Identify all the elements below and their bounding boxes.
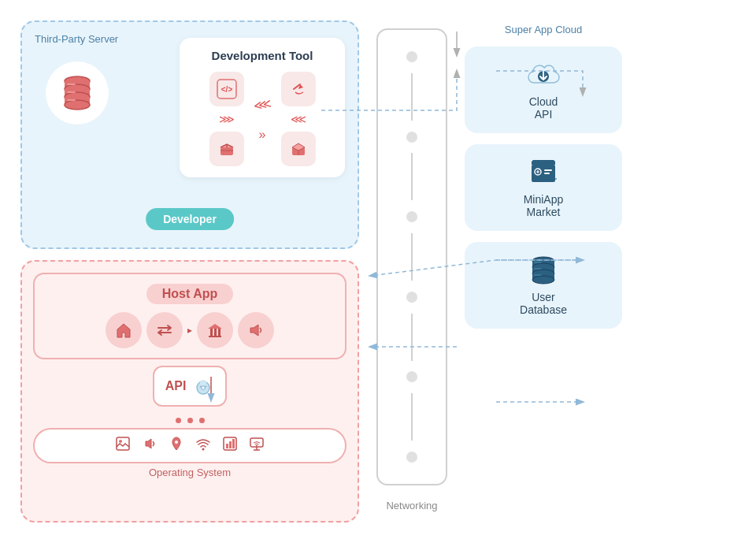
network-node-6 [406, 452, 417, 463]
network-node-3 [406, 211, 417, 222]
wifi-icon [195, 436, 211, 456]
dev-tool-box: Development Tool </> ⋙ [180, 38, 345, 177]
svg-rect-32 [232, 439, 235, 448]
server-icon [46, 61, 109, 125]
svg-text:</>: </> [220, 85, 232, 94]
location-icon [169, 436, 184, 456]
miniapp-market-label: MiniAppMarket [524, 193, 564, 218]
networking-column: Networking [369, 20, 455, 523]
svg-rect-20 [218, 329, 220, 336]
host-app-label: Host App [146, 284, 234, 304]
svg-point-27 [175, 441, 178, 444]
svg-rect-41 [544, 173, 550, 174]
svg-rect-17 [209, 336, 221, 337]
dev-icon-right-col: ⋘ [281, 72, 316, 166]
third-party-label: Third-Party Server [35, 33, 118, 45]
os-icons-bar [33, 428, 346, 463]
host-app-icons: ▸ [43, 312, 337, 348]
dots-connector [33, 418, 346, 423]
svg-point-36 [256, 445, 258, 447]
cloud-api-label: CloudAPI [529, 95, 558, 121]
api-label: API [165, 379, 187, 393]
os-label: Operating System [33, 467, 346, 478]
svg-point-6 [65, 100, 90, 110]
exchange-icon [146, 312, 183, 348]
cloud-api-card: CloudAPI [465, 46, 622, 133]
megaphone-icon [238, 312, 274, 348]
super-app-cloud-column: Super App Cloud CloudAPI [465, 20, 622, 523]
networking-box [376, 28, 447, 485]
os-box: Host App ▸ [20, 260, 359, 523]
share-icon [281, 72, 316, 106]
dev-tool-icons: </> ⋙ [194, 72, 331, 166]
host-app-box: Host App ▸ [33, 273, 346, 359]
network-node-1 [406, 51, 417, 62]
svg-rect-18 [210, 329, 213, 336]
network-node-4 [406, 292, 417, 303]
svg-rect-31 [229, 441, 232, 448]
svg-point-48 [532, 276, 554, 284]
super-app-label: Super App Cloud [465, 24, 622, 35]
svg-rect-19 [214, 329, 217, 336]
api-box: API [153, 366, 228, 407]
monitor-icon [249, 436, 265, 456]
svg-rect-40 [544, 169, 552, 171]
svg-point-24 [202, 387, 205, 389]
box-closed-icon [281, 132, 316, 166]
dev-tool-title: Development Tool [194, 49, 331, 62]
bank-icon [197, 312, 233, 348]
network-node-5 [406, 371, 417, 382]
home-icon [106, 312, 142, 348]
code-icon: </> [209, 72, 244, 106]
networking-label: Networking [386, 500, 437, 511]
gallery-icon [115, 436, 131, 456]
user-database-card: UserDatabase [465, 242, 622, 329]
svg-rect-12 [220, 147, 233, 155]
user-database-label: UserDatabase [520, 291, 567, 316]
developer-badge: Developer [146, 208, 234, 230]
box-open-icon [209, 132, 244, 166]
miniapp-market-card: MiniAppMarket [465, 144, 622, 231]
svg-rect-25 [117, 437, 129, 450]
dev-arrows-col: ⋘ » [254, 97, 272, 142]
chart-icon [222, 436, 238, 456]
network-node-2 [406, 132, 417, 143]
svg-point-26 [119, 440, 122, 443]
audio-icon [142, 436, 158, 456]
svg-rect-30 [226, 444, 228, 448]
svg-point-28 [202, 448, 205, 451]
dev-icon-left-col: </> ⋙ [209, 72, 244, 166]
svg-point-22 [200, 380, 206, 386]
third-party-dev-box: Third-Party Server [20, 20, 359, 249]
